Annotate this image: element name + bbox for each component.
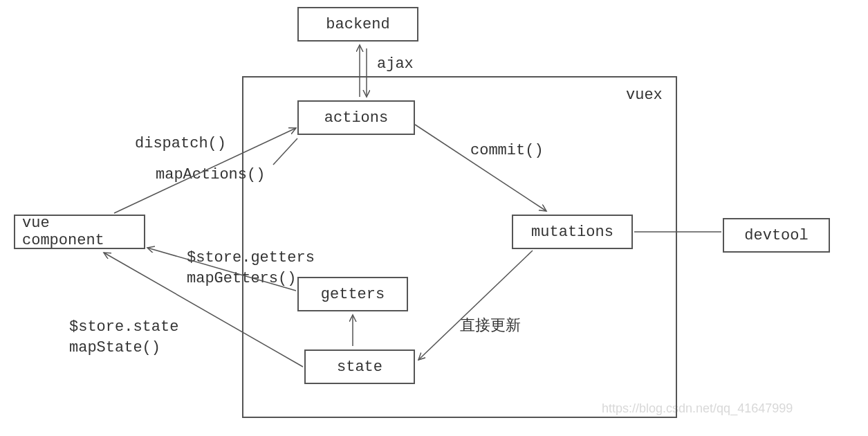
vuex-container-label: vuex	[626, 87, 663, 104]
actions-node: actions	[297, 100, 415, 135]
watermark: https://blog.csdn.net/qq_41647999	[602, 401, 793, 416]
mapstate-label: mapState()	[69, 339, 160, 356]
backend-node: backend	[297, 7, 418, 42]
actions-label: actions	[324, 109, 388, 127]
mapgetters-label: mapGetters()	[187, 270, 296, 287]
getters-label: getters	[321, 286, 385, 303]
vue-component-node: vue component	[14, 215, 145, 249]
devtool-label: devtool	[744, 227, 808, 244]
mutations-label: mutations	[531, 224, 613, 241]
direct-update-label: 直接更新	[460, 315, 521, 336]
backend-label: backend	[326, 16, 389, 33]
state-label: state	[337, 358, 382, 376]
state-node: state	[304, 349, 415, 384]
dispatch-label: dispatch()	[135, 135, 226, 152]
commit-label: commit()	[470, 142, 544, 159]
mutations-node: mutations	[512, 215, 633, 249]
devtool-node: devtool	[723, 218, 830, 253]
vue-component-label: vue component	[22, 215, 137, 249]
ajax-label: ajax	[377, 55, 414, 73]
getters-node: getters	[297, 277, 408, 311]
store-state-label: $store.state	[69, 318, 178, 336]
store-getters-label: $store.getters	[187, 249, 315, 266]
mapactions-label: mapActions()	[156, 166, 265, 183]
